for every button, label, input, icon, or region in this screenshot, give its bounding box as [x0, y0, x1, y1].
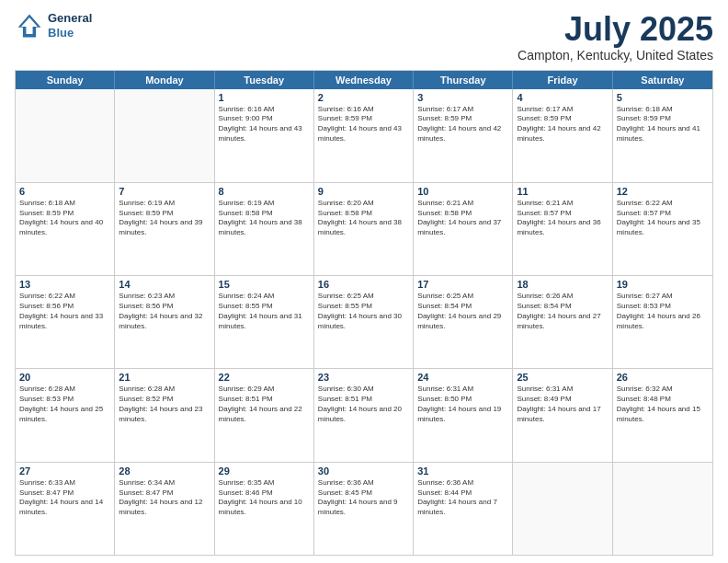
- sunrise-time: Sunrise: 6:19 AM: [219, 199, 310, 209]
- sunset-time: Sunset: 8:49 PM: [517, 395, 608, 405]
- day-13: 13Sunrise: 6:22 AMSunset: 8:56 PMDayligh…: [16, 276, 115, 368]
- day-9: 9Sunrise: 6:20 AMSunset: 8:58 PMDaylight…: [314, 183, 414, 275]
- day-number: 8: [219, 186, 310, 197]
- empty-cell-4-6: [613, 463, 712, 555]
- day-10: 10Sunrise: 6:21 AMSunset: 8:58 PMDayligh…: [414, 183, 513, 275]
- sunset-time: Sunset: 8:59 PM: [617, 114, 709, 124]
- daylight-hours: Daylight: 14 hours and 43 minutes.: [219, 124, 310, 144]
- daylight-hours: Daylight: 14 hours and 39 minutes.: [119, 218, 210, 238]
- day-number: 17: [417, 279, 508, 290]
- day-8: 8Sunrise: 6:19 AMSunset: 8:58 PMDaylight…: [215, 183, 314, 275]
- daylight-hours: Daylight: 14 hours and 7 minutes.: [417, 498, 508, 518]
- sunset-time: Sunset: 8:59 PM: [417, 114, 508, 124]
- sunset-time: Sunset: 9:00 PM: [219, 114, 310, 124]
- logo-line1: General: [48, 11, 92, 26]
- day-number: 23: [318, 372, 409, 383]
- sunrise-time: Sunrise: 6:20 AM: [318, 199, 409, 209]
- calendar-body: 1Sunrise: 6:16 AMSunset: 9:00 PMDaylight…: [16, 89, 712, 555]
- day-number: 15: [219, 279, 310, 290]
- week-5: 27Sunrise: 6:33 AMSunset: 8:47 PMDayligh…: [16, 462, 712, 555]
- sunset-time: Sunset: 8:59 PM: [119, 209, 210, 219]
- daylight-hours: Daylight: 14 hours and 42 minutes.: [517, 124, 608, 144]
- daylight-hours: Daylight: 14 hours and 10 minutes.: [219, 498, 310, 518]
- sunset-time: Sunset: 8:56 PM: [19, 302, 110, 312]
- daylight-hours: Daylight: 14 hours and 32 minutes.: [119, 312, 210, 332]
- day-1: 1Sunrise: 6:16 AMSunset: 9:00 PMDaylight…: [215, 89, 314, 182]
- daylight-hours: Daylight: 14 hours and 31 minutes.: [219, 312, 310, 332]
- sunrise-time: Sunrise: 6:32 AM: [617, 385, 709, 395]
- daylight-hours: Daylight: 14 hours and 33 minutes.: [19, 312, 110, 332]
- sunrise-time: Sunrise: 6:22 AM: [19, 292, 110, 302]
- week-2: 6Sunrise: 6:18 AMSunset: 8:59 PMDaylight…: [16, 182, 712, 275]
- sunrise-time: Sunrise: 6:28 AM: [19, 385, 110, 395]
- daylight-hours: Daylight: 14 hours and 17 minutes.: [517, 405, 608, 425]
- day-12: 12Sunrise: 6:22 AMSunset: 8:57 PMDayligh…: [613, 183, 712, 275]
- daylight-hours: Daylight: 14 hours and 26 minutes.: [617, 312, 709, 332]
- sunset-time: Sunset: 8:51 PM: [219, 395, 310, 405]
- day-number: 22: [219, 372, 310, 383]
- sunset-time: Sunset: 8:59 PM: [517, 114, 608, 124]
- sunset-time: Sunset: 8:56 PM: [119, 302, 210, 312]
- sunset-time: Sunset: 8:52 PM: [119, 395, 210, 405]
- sunset-time: Sunset: 8:58 PM: [318, 209, 409, 219]
- daylight-hours: Daylight: 14 hours and 25 minutes.: [19, 405, 110, 425]
- header-monday: Monday: [115, 71, 214, 89]
- day-15: 15Sunrise: 6:24 AMSunset: 8:55 PMDayligh…: [215, 276, 314, 368]
- sunset-time: Sunset: 8:53 PM: [617, 302, 709, 312]
- daylight-hours: Daylight: 14 hours and 20 minutes.: [318, 405, 409, 425]
- day-number: 19: [617, 279, 709, 290]
- day-number: 11: [517, 186, 608, 197]
- day-16: 16Sunrise: 6:25 AMSunset: 8:55 PMDayligh…: [314, 276, 414, 368]
- sunrise-time: Sunrise: 6:26 AM: [517, 292, 608, 302]
- sunrise-time: Sunrise: 6:19 AM: [119, 199, 210, 209]
- sunset-time: Sunset: 8:53 PM: [19, 395, 110, 405]
- logo-line2: Blue: [48, 26, 92, 40]
- day-number: 3: [417, 92, 508, 103]
- day-4: 4Sunrise: 6:17 AMSunset: 8:59 PMDaylight…: [513, 89, 612, 182]
- sunrise-time: Sunrise: 6:30 AM: [318, 385, 409, 395]
- sunrise-time: Sunrise: 6:23 AM: [119, 292, 210, 302]
- sunset-time: Sunset: 8:47 PM: [19, 488, 110, 499]
- day-22: 22Sunrise: 6:29 AMSunset: 8:51 PMDayligh…: [215, 369, 314, 461]
- daylight-hours: Daylight: 14 hours and 14 minutes.: [19, 498, 110, 518]
- sunset-time: Sunset: 8:47 PM: [119, 488, 210, 499]
- daylight-hours: Daylight: 14 hours and 41 minutes.: [617, 124, 709, 144]
- header-saturday: Saturday: [613, 71, 712, 89]
- daylight-hours: Daylight: 14 hours and 22 minutes.: [219, 405, 310, 425]
- day-number: 26: [617, 372, 709, 383]
- day-20: 20Sunrise: 6:28 AMSunset: 8:53 PMDayligh…: [16, 369, 115, 461]
- daylight-hours: Daylight: 14 hours and 23 minutes.: [119, 405, 210, 425]
- title-block: July 2025 Campton, Kentucky, United Stat…: [518, 11, 713, 63]
- day-17: 17Sunrise: 6:25 AMSunset: 8:54 PMDayligh…: [414, 276, 513, 368]
- logo: General Blue: [15, 11, 92, 40]
- sunrise-time: Sunrise: 6:17 AM: [517, 105, 608, 115]
- daylight-hours: Daylight: 14 hours and 37 minutes.: [417, 218, 508, 238]
- day-number: 1: [219, 92, 310, 103]
- day-number: 25: [517, 372, 608, 383]
- header-friday: Friday: [513, 71, 612, 89]
- sunrise-time: Sunrise: 6:34 AM: [119, 478, 210, 488]
- calendar-header: Sunday Monday Tuesday Wednesday Thursday…: [16, 71, 712, 89]
- week-1: 1Sunrise: 6:16 AMSunset: 9:00 PMDaylight…: [16, 89, 712, 182]
- daylight-hours: Daylight: 14 hours and 43 minutes.: [318, 124, 409, 144]
- day-18: 18Sunrise: 6:26 AMSunset: 8:54 PMDayligh…: [513, 276, 612, 368]
- daylight-hours: Daylight: 14 hours and 29 minutes.: [417, 312, 508, 332]
- header-tuesday: Tuesday: [215, 71, 314, 89]
- sunset-time: Sunset: 8:59 PM: [318, 114, 409, 124]
- day-24: 24Sunrise: 6:31 AMSunset: 8:50 PMDayligh…: [414, 369, 513, 461]
- day-25: 25Sunrise: 6:31 AMSunset: 8:49 PMDayligh…: [513, 369, 612, 461]
- sunrise-time: Sunrise: 6:33 AM: [19, 478, 110, 488]
- day-2: 2Sunrise: 6:16 AMSunset: 8:59 PMDaylight…: [314, 89, 414, 182]
- day-number: 29: [219, 465, 310, 477]
- sunset-time: Sunset: 8:58 PM: [219, 209, 310, 219]
- sunset-time: Sunset: 8:57 PM: [617, 209, 709, 219]
- logo-icon: [15, 11, 44, 40]
- daylight-hours: Daylight: 14 hours and 35 minutes.: [617, 218, 709, 238]
- daylight-hours: Daylight: 14 hours and 9 minutes.: [318, 498, 409, 518]
- sunrise-time: Sunrise: 6:16 AM: [219, 105, 310, 115]
- day-number: 24: [417, 372, 508, 383]
- header-sunday: Sunday: [16, 71, 115, 89]
- day-11: 11Sunrise: 6:21 AMSunset: 8:57 PMDayligh…: [513, 183, 612, 275]
- day-30: 30Sunrise: 6:36 AMSunset: 8:45 PMDayligh…: [314, 463, 414, 555]
- day-6: 6Sunrise: 6:18 AMSunset: 8:59 PMDaylight…: [16, 183, 115, 275]
